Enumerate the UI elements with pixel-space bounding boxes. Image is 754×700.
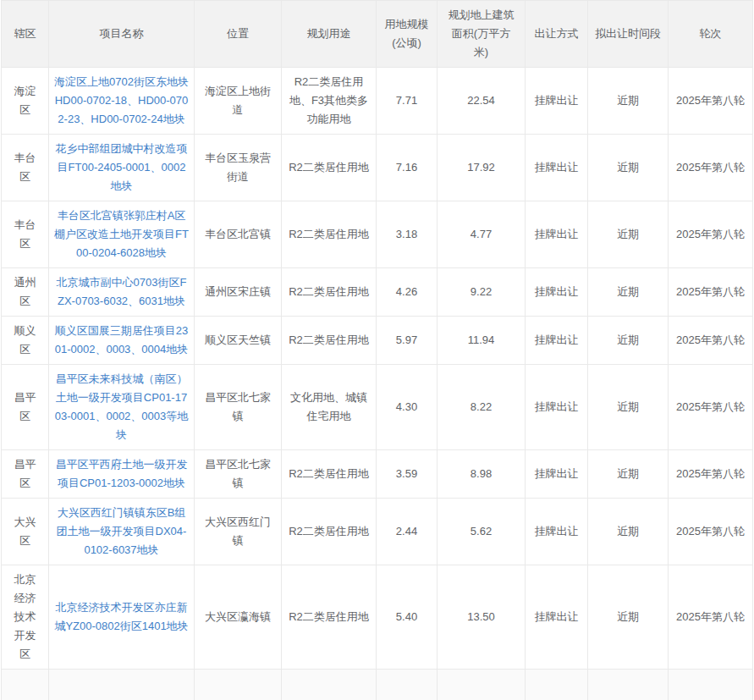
transfer-period-cell: 近期 <box>588 365 669 450</box>
transfer-period-cell: 近期 <box>588 135 669 201</box>
building-area-cell: 8.98 <box>438 450 526 499</box>
project-link[interactable]: 海淀区上地0702街区东地块HD00-0702-18、HD00-0702-23、… <box>54 75 189 125</box>
transfer-period-cell: 近期 <box>588 317 669 365</box>
planned-use-cell: R2二类居住用地 <box>282 565 377 670</box>
project-link[interactable]: 顺义区国展三期居住项目2301-0002、0003、0004地块 <box>55 324 189 356</box>
project-name-cell: 昌平区未来科技城（南区）土地一级开发项目CP01-1703-0001、0002、… <box>49 365 195 450</box>
table-row: 大兴区 大兴区西红门镇镇东区B组团土地一级开发项目DX04-0102-6037地… <box>2 499 753 565</box>
district-cell: 北京经济技术开发区 <box>2 565 49 670</box>
location-cell: 丰台区玉泉营街道 <box>195 135 282 201</box>
planned-use-cell: 文化用地、城镇住宅用地 <box>282 365 377 450</box>
partial-next-row <box>2 670 753 700</box>
project-link[interactable]: 北京经济技术开发区亦庄新城YZ00-0802街区1401地块 <box>54 601 188 632</box>
table-row: 丰台区 丰台区北宫镇张郭庄村A区棚户区改造土地开发项目FT00-0204-602… <box>2 201 753 268</box>
land-area-cell: 4.30 <box>377 365 438 450</box>
district-cell: 昌平区 <box>2 365 49 450</box>
header-land-area: 用地规模(公顷) <box>377 1 438 68</box>
building-area-cell: 17.92 <box>438 135 526 201</box>
building-area-cell: 5.62 <box>438 499 526 565</box>
empty-cell <box>526 670 588 700</box>
transfer-method-cell: 挂牌出让 <box>526 135 588 201</box>
empty-cell <box>195 670 282 700</box>
header-district: 辖区 <box>2 1 49 68</box>
planned-use-cell: R2二类居住用地 <box>282 499 377 565</box>
transfer-method-cell: 挂牌出让 <box>526 565 588 670</box>
round-cell: 2025年第八轮 <box>669 268 753 317</box>
land-area-cell: 5.40 <box>377 565 438 670</box>
location-cell: 丰台区北宫镇 <box>195 201 282 268</box>
empty-cell <box>438 670 526 700</box>
project-name-cell: 海淀区上地0702街区东地块HD00-0702-18、HD00-0702-23、… <box>49 68 195 135</box>
land-supply-table: 辖区 项目名称 位置 规划用途 用地规模(公顷) 规划地上建筑面积(万平方米) … <box>1 0 753 700</box>
header-transfer-period: 拟出让时间段 <box>588 1 669 68</box>
transfer-method-cell: 挂牌出让 <box>526 499 588 565</box>
project-name-cell: 大兴区西红门镇镇东区B组团土地一级开发项目DX04-0102-6037地块 <box>49 499 195 565</box>
header-location: 位置 <box>195 1 282 68</box>
empty-cell <box>588 670 669 700</box>
empty-cell <box>2 670 49 700</box>
page-viewport: 辖区 项目名称 位置 规划用途 用地规模(公顷) 规划地上建筑面积(万平方米) … <box>0 0 754 700</box>
project-name-cell: 昌平区平西府土地一级开发项目CP01-1203-0002地块 <box>49 450 195 499</box>
project-link[interactable]: 昌平区平西府土地一级开发项目CP01-1203-0002地块 <box>56 458 188 489</box>
location-cell: 昌平区北七家镇 <box>195 365 282 450</box>
project-name-cell: 顺义区国展三期居住项目2301-0002、0003、0004地块 <box>49 317 195 365</box>
table-row: 昌平区 昌平区未来科技城（南区）土地一级开发项目CP01-1703-0001、0… <box>2 365 753 450</box>
transfer-method-cell: 挂牌出让 <box>526 268 588 317</box>
transfer-method-cell: 挂牌出让 <box>526 68 588 135</box>
land-area-cell: 3.59 <box>377 450 438 499</box>
land-area-cell: 7.16 <box>377 135 438 201</box>
empty-cell <box>49 670 195 700</box>
district-cell: 丰台区 <box>2 201 49 268</box>
table-row: 丰台区 花乡中部组团城中村改造项目FT00-2405-0001、0002地块 丰… <box>2 135 753 201</box>
table-row: 顺义区 顺义区国展三期居住项目2301-0002、0003、0004地块 顺义区… <box>2 317 753 365</box>
district-cell: 通州区 <box>2 268 49 317</box>
location-cell: 大兴区西红门镇 <box>195 499 282 565</box>
project-name-cell: 丰台区北宫镇张郭庄村A区棚户区改造土地开发项目FT00-0204-6028地块 <box>49 201 195 268</box>
header-transfer-method: 出让方式 <box>526 1 588 68</box>
land-area-cell: 7.71 <box>377 68 438 135</box>
transfer-period-cell: 近期 <box>588 450 669 499</box>
district-cell: 昌平区 <box>2 450 49 499</box>
round-cell: 2025年第八轮 <box>669 499 753 565</box>
project-link[interactable]: 丰台区北宫镇张郭庄村A区棚户区改造土地开发项目FT00-0204-6028地块 <box>54 209 189 259</box>
planned-use-cell: R2二类居住用地、F3其他类多功能用地 <box>282 68 377 135</box>
header-row: 辖区 项目名称 位置 规划用途 用地规模(公顷) 规划地上建筑面积(万平方米) … <box>2 1 753 68</box>
district-cell: 丰台区 <box>2 135 49 201</box>
building-area-cell: 9.22 <box>438 268 526 317</box>
location-cell: 顺义区天竺镇 <box>195 317 282 365</box>
round-cell: 2025年第八轮 <box>669 450 753 499</box>
project-link[interactable]: 昌平区未来科技城（南区）土地一级开发项目CP01-1703-0001、0002、… <box>55 372 189 441</box>
empty-cell <box>282 670 377 700</box>
transfer-method-cell: 挂牌出让 <box>526 317 588 365</box>
empty-cell <box>377 670 438 700</box>
building-area-cell: 11.94 <box>438 317 526 365</box>
header-planned-use: 规划用途 <box>282 1 377 68</box>
transfer-period-cell: 近期 <box>588 565 669 670</box>
planned-use-cell: R2二类居住用地 <box>282 201 377 268</box>
land-area-cell: 2.44 <box>377 499 438 565</box>
location-cell: 昌平区北七家镇 <box>195 450 282 499</box>
header-building-area: 规划地上建筑面积(万平方米) <box>438 1 526 68</box>
transfer-method-cell: 挂牌出让 <box>526 450 588 499</box>
land-area-cell: 4.26 <box>377 268 438 317</box>
building-area-cell: 22.54 <box>438 68 526 135</box>
planned-use-cell: R2二类居住用地 <box>282 268 377 317</box>
project-name-cell: 北京经济技术开发区亦庄新城YZ00-0802街区1401地块 <box>49 565 195 670</box>
transfer-period-cell: 近期 <box>588 499 669 565</box>
header-round: 轮次 <box>669 1 753 68</box>
round-cell: 2025年第八轮 <box>669 201 753 268</box>
project-name-cell: 北京城市副中心0703街区FZX-0703-6032、6031地块 <box>49 268 195 317</box>
transfer-period-cell: 近期 <box>588 268 669 317</box>
building-area-cell: 4.77 <box>438 201 526 268</box>
table-header: 辖区 项目名称 位置 规划用途 用地规模(公顷) 规划地上建筑面积(万平方米) … <box>2 1 753 68</box>
empty-cell <box>669 670 753 700</box>
table-body: 海淀区 海淀区上地0702街区东地块HD00-0702-18、HD00-0702… <box>2 68 753 700</box>
district-cell: 海淀区 <box>2 68 49 135</box>
land-area-cell: 5.97 <box>377 317 438 365</box>
land-area-cell: 3.18 <box>377 201 438 268</box>
round-cell: 2025年第八轮 <box>669 135 753 201</box>
district-cell: 顺义区 <box>2 317 49 365</box>
project-link[interactable]: 大兴区西红门镇镇东区B组团土地一级开发项目DX04-0102-6037地块 <box>57 506 187 556</box>
project-link[interactable]: 北京城市副中心0703街区FZX-0703-6032、6031地块 <box>57 276 187 307</box>
project-link[interactable]: 花乡中部组团城中村改造项目FT00-2405-0001、0002地块 <box>56 142 188 192</box>
